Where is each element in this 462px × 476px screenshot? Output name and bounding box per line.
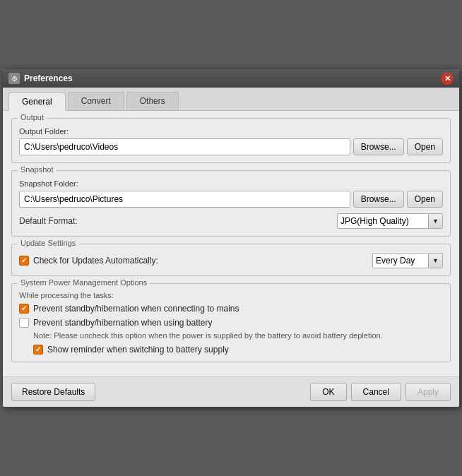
battery-option-row: Prevent standby/hibernation when using b… [19, 318, 443, 328]
dialog-title: Preferences [24, 73, 73, 83]
battery-checkbox[interactable] [19, 318, 29, 328]
footer: Restore Defaults OK Cancel Apply [3, 376, 459, 407]
system-group: System Power Management Options While pr… [11, 283, 451, 362]
apply-button[interactable]: Apply [405, 383, 451, 401]
close-button[interactable]: ✕ [441, 72, 454, 85]
update-group: Update Settings Check for Updates Automa… [11, 244, 451, 276]
tab-convert[interactable]: Convert [68, 92, 124, 110]
app-icon: ⚙ [8, 73, 20, 84]
format-label: Default Format: [19, 216, 78, 226]
format-select[interactable]: JPG(High Quality) PNG BMP [337, 213, 429, 229]
title-bar: ⚙ Preferences ✕ [3, 69, 459, 88]
reminder-checkbox[interactable] [33, 345, 43, 355]
snapshot-open-button[interactable]: Open [407, 191, 443, 208]
footer-right: OK Cancel Apply [310, 383, 451, 401]
preferences-dialog: ⚙ Preferences ✕ General Convert Others O… [2, 69, 460, 407]
cancel-button[interactable]: Cancel [351, 383, 401, 401]
tabs-bar: General Convert Others [3, 88, 459, 111]
while-label: While processing the tasks: [19, 291, 443, 299]
battery-label: Prevent standby/hibernation when using b… [33, 318, 213, 328]
format-select-arrow-icon: ▼ [429, 213, 443, 229]
snapshot-group-label: Snapshot [18, 165, 56, 174]
snapshot-folder-row: Browse... Open [19, 191, 443, 208]
snapshot-folder-input[interactable] [19, 191, 350, 208]
tab-others[interactable]: Others [126, 92, 179, 110]
mains-label: Prevent standby/hibernation when connect… [33, 304, 239, 314]
output-group-label: Output [18, 113, 47, 121]
system-group-label: System Power Management Options [18, 278, 150, 287]
mains-option-row: Prevent standby/hibernation when connect… [19, 304, 443, 314]
update-frequency-wrapper: Every Day Every Week Never ▼ [372, 253, 443, 268]
format-row: Default Format: JPG(High Quality) PNG BM… [19, 213, 443, 229]
format-select-wrapper: JPG(High Quality) PNG BMP ▼ [337, 213, 443, 229]
update-check-left: Check for Updates Automatically: [19, 256, 158, 266]
update-check-label: Check for Updates Automatically: [33, 256, 158, 266]
frequency-select-arrow-icon: ▼ [429, 253, 443, 268]
output-folder-input[interactable] [19, 138, 350, 155]
update-check-row: Check for Updates Automatically: Every D… [19, 253, 443, 268]
output-open-button[interactable]: Open [407, 138, 443, 155]
update-checkbox[interactable] [19, 256, 29, 266]
snapshot-group: Snapshot Snapshot Folder: Browse... Open… [11, 170, 451, 237]
output-group: Output Output Folder: Browse... Open [11, 118, 451, 163]
reminder-label: Show reminder when switching to battery … [47, 345, 229, 355]
snapshot-browse-button[interactable]: Browse... [353, 191, 404, 208]
tab-content: Output Output Folder: Browse... Open Sna… [3, 111, 459, 376]
battery-note: Note: Please uncheck this option when th… [33, 331, 443, 341]
output-browse-button[interactable]: Browse... [353, 138, 404, 155]
mains-checkbox[interactable] [19, 304, 29, 314]
tab-general[interactable]: General [8, 93, 66, 111]
output-folder-label: Output Folder: [19, 127, 443, 136]
title-bar-left: ⚙ Preferences [8, 73, 73, 84]
update-group-label: Update Settings [18, 239, 78, 247]
ok-button[interactable]: OK [310, 383, 346, 401]
restore-defaults-button[interactable]: Restore Defaults [11, 383, 95, 401]
reminder-row: Show reminder when switching to battery … [33, 345, 443, 355]
output-folder-row: Browse... Open [19, 138, 443, 155]
update-frequency-select[interactable]: Every Day Every Week Never [372, 253, 429, 268]
snapshot-folder-label: Snapshot Folder: [19, 179, 443, 188]
